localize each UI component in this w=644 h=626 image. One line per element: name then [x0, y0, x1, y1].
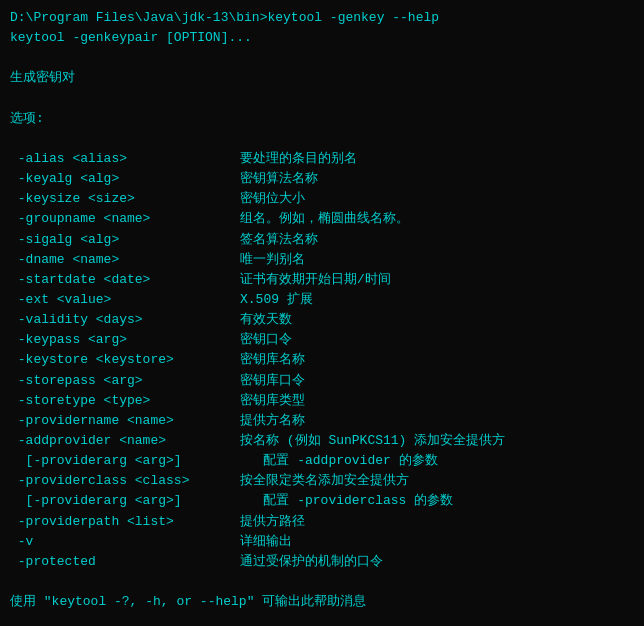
option-row: -storepass <arg>密钥库口令: [10, 371, 634, 391]
option-description: 组名。例如，椭圆曲线名称。: [240, 209, 634, 229]
terminal-line: 选项:: [10, 109, 634, 129]
option-description: 要处理的条目的别名: [240, 149, 634, 169]
option-row: -storetype <type>密钥库类型: [10, 391, 634, 411]
option-row: [-providerarg <arg>] 配置 -addprovider 的参数: [10, 451, 634, 471]
option-row: -keysize <size>密钥位大小: [10, 189, 634, 209]
option-flag: -providerclass <class>: [10, 471, 240, 491]
option-flag: -storetype <type>: [10, 391, 240, 411]
option-flag: -v: [10, 532, 240, 552]
option-row: -protected通过受保护的机制的口令: [10, 552, 634, 572]
option-row: -startdate <date>证书有效期开始日期/时间: [10, 270, 634, 290]
option-row: -providername <name>提供方名称: [10, 411, 634, 431]
option-description: 详细输出: [240, 532, 634, 552]
option-row: -dname <name>唯一判别名: [10, 250, 634, 270]
option-flag: -keypass <arg>: [10, 330, 240, 350]
option-description: 密钥库口令: [240, 371, 634, 391]
option-description: X.509 扩展: [240, 290, 634, 310]
option-row: -groupname <name>组名。例如，椭圆曲线名称。: [10, 209, 634, 229]
empty-line: [10, 129, 634, 149]
terminal-line: 使用 "keytool -?, -h, or --help" 可输出此帮助消息: [10, 592, 634, 612]
option-flag: -validity <days>: [10, 310, 240, 330]
empty-line: [10, 89, 634, 109]
option-flag: -keyalg <alg>: [10, 169, 240, 189]
option-description: 密钥算法名称: [240, 169, 634, 189]
option-description: 配置 -addprovider 的参数: [240, 451, 634, 471]
option-flag: -storepass <arg>: [10, 371, 240, 391]
option-row: -v详细输出: [10, 532, 634, 552]
option-row: -ext <value>X.509 扩展: [10, 290, 634, 310]
option-description: 提供方路径: [240, 512, 634, 532]
option-description: 密钥库类型: [240, 391, 634, 411]
terminal-line: keytool -genkeypair [OPTION]...: [10, 28, 634, 48]
option-flag: [-providerarg <arg>]: [10, 491, 240, 511]
option-flag: -protected: [10, 552, 240, 572]
empty-line: [10, 572, 634, 592]
option-row: -keystore <keystore>密钥库名称: [10, 350, 634, 370]
option-flag: -providerpath <list>: [10, 512, 240, 532]
option-description: 提供方名称: [240, 411, 634, 431]
option-flag: -ext <value>: [10, 290, 240, 310]
option-flag: -dname <name>: [10, 250, 240, 270]
option-flag: -sigalg <alg>: [10, 230, 240, 250]
option-row: -keypass <arg>密钥口令: [10, 330, 634, 350]
option-flag: -addprovider <name>: [10, 431, 240, 451]
option-description: 密钥口令: [240, 330, 634, 350]
option-row: -keyalg <alg>密钥算法名称: [10, 169, 634, 189]
option-description: 密钥位大小: [240, 189, 634, 209]
option-flag: -alias <alias>: [10, 149, 240, 169]
option-flag: -providername <name>: [10, 411, 240, 431]
option-row: -validity <days>有效天数: [10, 310, 634, 330]
option-description: 签名算法名称: [240, 230, 634, 250]
terminal-window: D:\Program Files\Java\jdk-13\bin>keytool…: [10, 8, 634, 612]
option-flag: -keysize <size>: [10, 189, 240, 209]
option-description: 唯一判别名: [240, 250, 634, 270]
option-flag: -keystore <keystore>: [10, 350, 240, 370]
option-description: 证书有效期开始日期/时间: [240, 270, 634, 290]
option-flag: [-providerarg <arg>]: [10, 451, 240, 471]
option-description: 密钥库名称: [240, 350, 634, 370]
option-description: 通过受保护的机制的口令: [240, 552, 634, 572]
empty-line: [10, 48, 634, 68]
option-description: 配置 -providerclass 的参数: [240, 491, 634, 511]
option-flag: -groupname <name>: [10, 209, 240, 229]
terminal-line: D:\Program Files\Java\jdk-13\bin>keytool…: [10, 8, 634, 28]
option-row: -alias <alias>要处理的条目的别名: [10, 149, 634, 169]
option-description: 按全限定类名添加安全提供方: [240, 471, 634, 491]
option-row: -addprovider <name>按名称 (例如 SunPKCS11) 添加…: [10, 431, 634, 451]
option-flag: -startdate <date>: [10, 270, 240, 290]
option-row: [-providerarg <arg>] 配置 -providerclass 的…: [10, 491, 634, 511]
option-description: 按名称 (例如 SunPKCS11) 添加安全提供方: [240, 431, 634, 451]
option-row: -providerclass <class>按全限定类名添加安全提供方: [10, 471, 634, 491]
option-row: -providerpath <list>提供方路径: [10, 512, 634, 532]
option-description: 有效天数: [240, 310, 634, 330]
terminal-line: 生成密钥对: [10, 68, 634, 88]
option-row: -sigalg <alg>签名算法名称: [10, 230, 634, 250]
